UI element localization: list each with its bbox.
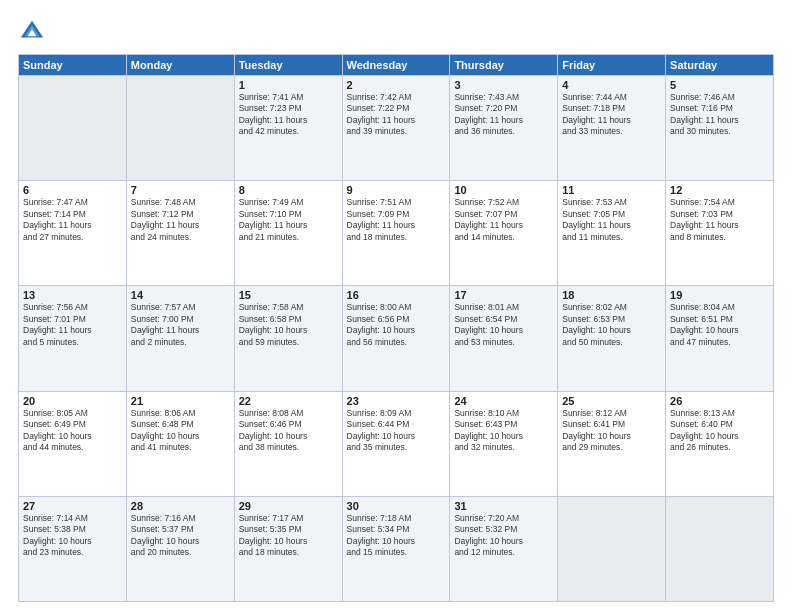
day-info: Sunrise: 7:53 AM Sunset: 7:05 PM Dayligh… (562, 197, 661, 243)
weekday-wednesday: Wednesday (342, 55, 450, 76)
day-info: Sunrise: 7:54 AM Sunset: 7:03 PM Dayligh… (670, 197, 769, 243)
day-number: 30 (347, 500, 446, 512)
weekday-friday: Friday (558, 55, 666, 76)
day-info: Sunrise: 8:09 AM Sunset: 6:44 PM Dayligh… (347, 408, 446, 454)
calendar-cell: 2Sunrise: 7:42 AM Sunset: 7:22 PM Daylig… (342, 76, 450, 181)
calendar-cell: 18Sunrise: 8:02 AM Sunset: 6:53 PM Dayli… (558, 286, 666, 391)
calendar-cell: 25Sunrise: 8:12 AM Sunset: 6:41 PM Dayli… (558, 391, 666, 496)
calendar-cell: 19Sunrise: 8:04 AM Sunset: 6:51 PM Dayli… (666, 286, 774, 391)
calendar-cell: 11Sunrise: 7:53 AM Sunset: 7:05 PM Dayli… (558, 181, 666, 286)
day-number: 26 (670, 395, 769, 407)
day-info: Sunrise: 7:58 AM Sunset: 6:58 PM Dayligh… (239, 302, 338, 348)
day-number: 1 (239, 79, 338, 91)
day-info: Sunrise: 8:08 AM Sunset: 6:46 PM Dayligh… (239, 408, 338, 454)
day-info: Sunrise: 7:14 AM Sunset: 5:38 PM Dayligh… (23, 513, 122, 559)
calendar-cell: 10Sunrise: 7:52 AM Sunset: 7:07 PM Dayli… (450, 181, 558, 286)
week-row-4: 20Sunrise: 8:05 AM Sunset: 6:49 PM Dayli… (19, 391, 774, 496)
day-info: Sunrise: 7:49 AM Sunset: 7:10 PM Dayligh… (239, 197, 338, 243)
day-number: 23 (347, 395, 446, 407)
calendar-cell: 23Sunrise: 8:09 AM Sunset: 6:44 PM Dayli… (342, 391, 450, 496)
day-info: Sunrise: 8:01 AM Sunset: 6:54 PM Dayligh… (454, 302, 553, 348)
weekday-thursday: Thursday (450, 55, 558, 76)
calendar-cell: 30Sunrise: 7:18 AM Sunset: 5:34 PM Dayli… (342, 496, 450, 601)
day-info: Sunrise: 7:17 AM Sunset: 5:35 PM Dayligh… (239, 513, 338, 559)
week-row-3: 13Sunrise: 7:56 AM Sunset: 7:01 PM Dayli… (19, 286, 774, 391)
day-info: Sunrise: 8:04 AM Sunset: 6:51 PM Dayligh… (670, 302, 769, 348)
day-number: 21 (131, 395, 230, 407)
day-number: 19 (670, 289, 769, 301)
day-number: 14 (131, 289, 230, 301)
day-number: 8 (239, 184, 338, 196)
day-info: Sunrise: 8:12 AM Sunset: 6:41 PM Dayligh… (562, 408, 661, 454)
calendar-cell: 1Sunrise: 7:41 AM Sunset: 7:23 PM Daylig… (234, 76, 342, 181)
calendar-cell (666, 496, 774, 601)
day-info: Sunrise: 7:51 AM Sunset: 7:09 PM Dayligh… (347, 197, 446, 243)
day-info: Sunrise: 7:47 AM Sunset: 7:14 PM Dayligh… (23, 197, 122, 243)
week-row-5: 27Sunrise: 7:14 AM Sunset: 5:38 PM Dayli… (19, 496, 774, 601)
page: SundayMondayTuesdayWednesdayThursdayFrid… (0, 0, 792, 612)
weekday-sunday: Sunday (19, 55, 127, 76)
day-info: Sunrise: 8:10 AM Sunset: 6:43 PM Dayligh… (454, 408, 553, 454)
day-number: 7 (131, 184, 230, 196)
day-number: 22 (239, 395, 338, 407)
day-number: 12 (670, 184, 769, 196)
day-number: 11 (562, 184, 661, 196)
calendar-cell: 14Sunrise: 7:57 AM Sunset: 7:00 PM Dayli… (126, 286, 234, 391)
day-number: 6 (23, 184, 122, 196)
day-number: 18 (562, 289, 661, 301)
calendar-cell: 22Sunrise: 8:08 AM Sunset: 6:46 PM Dayli… (234, 391, 342, 496)
day-number: 31 (454, 500, 553, 512)
day-info: Sunrise: 8:06 AM Sunset: 6:48 PM Dayligh… (131, 408, 230, 454)
calendar-cell: 16Sunrise: 8:00 AM Sunset: 6:56 PM Dayli… (342, 286, 450, 391)
day-info: Sunrise: 7:48 AM Sunset: 7:12 PM Dayligh… (131, 197, 230, 243)
day-info: Sunrise: 8:05 AM Sunset: 6:49 PM Dayligh… (23, 408, 122, 454)
weekday-header-row: SundayMondayTuesdayWednesdayThursdayFrid… (19, 55, 774, 76)
calendar-cell: 24Sunrise: 8:10 AM Sunset: 6:43 PM Dayli… (450, 391, 558, 496)
day-number: 2 (347, 79, 446, 91)
calendar-cell: 29Sunrise: 7:17 AM Sunset: 5:35 PM Dayli… (234, 496, 342, 601)
day-info: Sunrise: 7:16 AM Sunset: 5:37 PM Dayligh… (131, 513, 230, 559)
calendar-cell: 8Sunrise: 7:49 AM Sunset: 7:10 PM Daylig… (234, 181, 342, 286)
day-number: 25 (562, 395, 661, 407)
calendar-cell: 28Sunrise: 7:16 AM Sunset: 5:37 PM Dayli… (126, 496, 234, 601)
calendar-cell: 21Sunrise: 8:06 AM Sunset: 6:48 PM Dayli… (126, 391, 234, 496)
day-number: 10 (454, 184, 553, 196)
week-row-1: 1Sunrise: 7:41 AM Sunset: 7:23 PM Daylig… (19, 76, 774, 181)
calendar-cell: 7Sunrise: 7:48 AM Sunset: 7:12 PM Daylig… (126, 181, 234, 286)
day-number: 9 (347, 184, 446, 196)
calendar-cell: 4Sunrise: 7:44 AM Sunset: 7:18 PM Daylig… (558, 76, 666, 181)
calendar-cell (558, 496, 666, 601)
calendar-cell: 20Sunrise: 8:05 AM Sunset: 6:49 PM Dayli… (19, 391, 127, 496)
week-row-2: 6Sunrise: 7:47 AM Sunset: 7:14 PM Daylig… (19, 181, 774, 286)
day-info: Sunrise: 7:43 AM Sunset: 7:20 PM Dayligh… (454, 92, 553, 138)
day-info: Sunrise: 7:46 AM Sunset: 7:16 PM Dayligh… (670, 92, 769, 138)
day-info: Sunrise: 8:00 AM Sunset: 6:56 PM Dayligh… (347, 302, 446, 348)
day-info: Sunrise: 7:18 AM Sunset: 5:34 PM Dayligh… (347, 513, 446, 559)
calendar-cell: 12Sunrise: 7:54 AM Sunset: 7:03 PM Dayli… (666, 181, 774, 286)
calendar-cell: 15Sunrise: 7:58 AM Sunset: 6:58 PM Dayli… (234, 286, 342, 391)
day-number: 5 (670, 79, 769, 91)
day-number: 3 (454, 79, 553, 91)
weekday-tuesday: Tuesday (234, 55, 342, 76)
calendar-cell: 27Sunrise: 7:14 AM Sunset: 5:38 PM Dayli… (19, 496, 127, 601)
logo (18, 18, 50, 46)
day-info: Sunrise: 8:13 AM Sunset: 6:40 PM Dayligh… (670, 408, 769, 454)
day-number: 20 (23, 395, 122, 407)
calendar-cell: 9Sunrise: 7:51 AM Sunset: 7:09 PM Daylig… (342, 181, 450, 286)
calendar-cell: 17Sunrise: 8:01 AM Sunset: 6:54 PM Dayli… (450, 286, 558, 391)
weekday-monday: Monday (126, 55, 234, 76)
day-info: Sunrise: 7:20 AM Sunset: 5:32 PM Dayligh… (454, 513, 553, 559)
calendar-cell: 5Sunrise: 7:46 AM Sunset: 7:16 PM Daylig… (666, 76, 774, 181)
calendar-cell: 6Sunrise: 7:47 AM Sunset: 7:14 PM Daylig… (19, 181, 127, 286)
logo-icon (18, 18, 46, 46)
day-info: Sunrise: 7:44 AM Sunset: 7:18 PM Dayligh… (562, 92, 661, 138)
day-number: 15 (239, 289, 338, 301)
day-number: 13 (23, 289, 122, 301)
weekday-saturday: Saturday (666, 55, 774, 76)
day-number: 4 (562, 79, 661, 91)
calendar-cell (19, 76, 127, 181)
day-number: 17 (454, 289, 553, 301)
day-number: 16 (347, 289, 446, 301)
day-info: Sunrise: 8:02 AM Sunset: 6:53 PM Dayligh… (562, 302, 661, 348)
day-info: Sunrise: 7:57 AM Sunset: 7:00 PM Dayligh… (131, 302, 230, 348)
